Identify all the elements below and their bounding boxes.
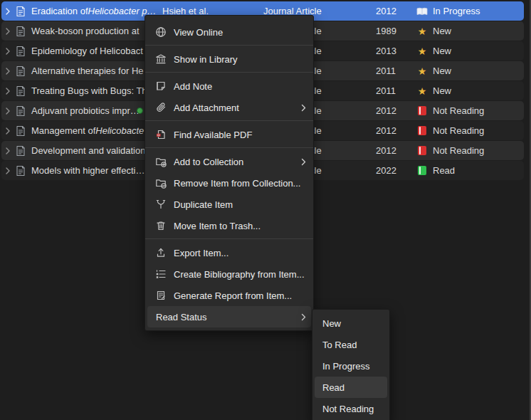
expand-chevron-icon[interactable] [5, 141, 11, 160]
menu-separator [145, 147, 313, 148]
star-icon: ★ [416, 66, 428, 76]
green-book-icon [416, 166, 428, 175]
expand-chevron-icon[interactable] [5, 81, 11, 100]
submenu-arrow-icon [301, 158, 306, 166]
menu-item-add-attachment[interactable]: Add Attachment [145, 97, 313, 118]
menu-separator [145, 45, 313, 46]
read-status-badge: ★ New [416, 61, 451, 80]
submenu-item-not-reading[interactable]: Not Reading [312, 398, 389, 419]
item-title: Eradication of Helicobacter p… [31, 1, 157, 21]
folder-minus-icon [154, 177, 167, 189]
item-title: Development and validation [31, 141, 145, 160]
item-title: Weak-boson production at [31, 21, 140, 41]
read-status-badge: Not Reading [416, 101, 484, 120]
menu-separator [145, 72, 313, 73]
menu-item-remove-from-collection[interactable]: Remove Item from Collection... [145, 172, 313, 194]
library-icon [154, 53, 167, 65]
submenu-arrow-icon [301, 313, 306, 321]
menu-separator [145, 238, 313, 239]
journal-article-icon [16, 121, 26, 140]
star-icon: ★ [416, 26, 428, 36]
folder-plus-icon [154, 155, 167, 168]
journal-article-icon [16, 21, 26, 41]
expand-chevron-icon[interactable] [5, 21, 11, 41]
read-status-submenu: New To Read In Progress Read Not Reading [312, 309, 390, 420]
menu-item-duplicate-item[interactable]: Duplicate Item [145, 194, 313, 215]
item-year: 2012 [376, 101, 396, 120]
expand-chevron-icon[interactable] [5, 41, 11, 61]
item-title: Alternative therapies for He [31, 61, 144, 80]
menu-item-export-item[interactable]: Export Item... [145, 242, 313, 263]
attachment-indicator-dot [137, 107, 143, 114]
item-year: 2011 [376, 61, 396, 80]
journal-article-icon [16, 161, 26, 180]
item-year: 2012 [376, 121, 396, 140]
journal-article-icon [16, 41, 26, 61]
expand-chevron-icon[interactable] [5, 161, 11, 180]
menu-item-find-available-pdf[interactable]: Find Available PDF [145, 124, 313, 145]
read-status-badge: ★ New [416, 21, 451, 41]
pdf-icon [154, 128, 167, 141]
fork-icon [154, 198, 167, 211]
item-title: Treating Bugs with Bugs: Th [31, 81, 147, 100]
bibliography-icon [154, 268, 167, 280]
menu-separator [145, 120, 313, 121]
journal-article-icon [16, 81, 26, 100]
submenu-arrow-icon [301, 104, 306, 112]
red-book-icon [416, 126, 428, 135]
journal-article-icon [16, 101, 26, 120]
item-year: 2012 [376, 141, 396, 160]
submenu-item-new[interactable]: New [312, 313, 389, 334]
submenu-item-to-read[interactable]: To Read [312, 334, 389, 355]
report-icon [154, 289, 167, 302]
read-status-badge: Not Reading [416, 141, 484, 160]
read-status-badge: ★ New [416, 41, 451, 61]
item-year: 2011 [376, 81, 396, 100]
item-year: 1989 [376, 21, 396, 41]
menu-item-show-in-library[interactable]: Show in Library [145, 48, 313, 70]
item-title: Epidemiology of Helicobact [31, 41, 143, 61]
menu-item-read-status[interactable]: Read Status [147, 306, 311, 327]
journal-article-icon [16, 141, 26, 160]
expand-chevron-icon[interactable] [5, 121, 11, 140]
red-book-icon [416, 146, 428, 155]
note-icon [154, 80, 167, 93]
menu-item-add-to-collection[interactable]: Add to Collection [145, 151, 313, 172]
read-status-badge: In Progress [416, 1, 480, 21]
menu-item-generate-report[interactable]: Generate Report from Item... [145, 285, 313, 306]
submenu-item-in-progress[interactable]: In Progress [312, 355, 389, 377]
paperclip-icon [154, 101, 167, 114]
menu-item-move-to-trash[interactable]: Move Item to Trash... [145, 215, 313, 236]
globe-icon [154, 26, 167, 38]
read-status-badge: Read [416, 161, 455, 180]
journal-article-icon [16, 1, 26, 21]
item-title: Models with higher effecti… [31, 161, 144, 180]
expand-chevron-icon[interactable] [5, 1, 11, 21]
menu-item-create-bibliography[interactable]: Create Bibliography from Item... [145, 263, 313, 285]
read-status-badge: ★ New [416, 81, 451, 100]
item-context-menu: View Online Show in Library Add Note Add… [144, 15, 314, 331]
trash-icon [154, 219, 167, 232]
menu-item-add-note[interactable]: Add Note [145, 75, 313, 97]
item-year: 2022 [376, 161, 396, 180]
export-icon [154, 246, 167, 259]
journal-article-icon [16, 61, 26, 80]
star-icon: ★ [416, 86, 428, 96]
open-book-icon [416, 7, 428, 16]
expand-chevron-icon[interactable] [5, 61, 11, 80]
item-title: Adjuvant probiotics impr… [31, 101, 140, 120]
expand-chevron-icon[interactable] [5, 101, 11, 120]
item-title: Management of Helicobacte [31, 121, 144, 140]
star-icon: ★ [416, 46, 428, 56]
submenu-item-read[interactable]: Read [315, 377, 387, 398]
item-year: 2013 [376, 41, 396, 61]
red-book-icon [416, 106, 428, 115]
read-status-badge: Not Reading [416, 121, 484, 140]
item-year: 2012 [376, 1, 396, 21]
menu-item-view-online[interactable]: View Online [145, 21, 313, 43]
